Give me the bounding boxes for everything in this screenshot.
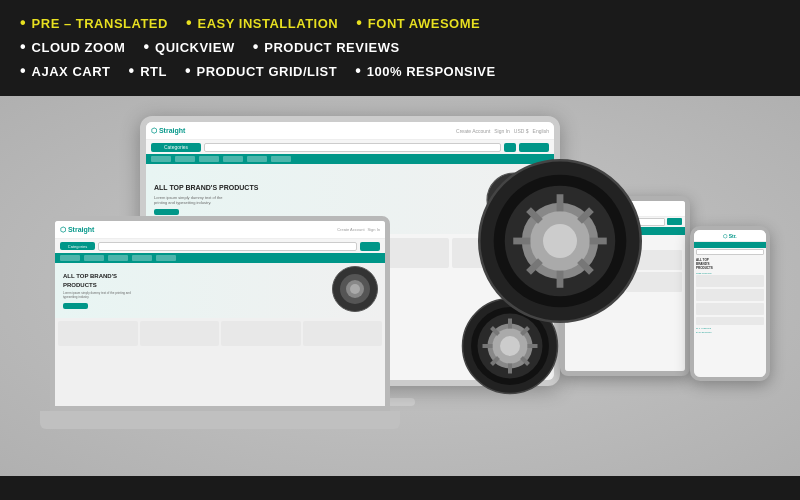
svg-point-7 [350,284,360,294]
feature-rtl: • RTL [129,62,167,80]
preview-section: ⬡ Straight Create AccountSign InUSD $Eng… [0,96,800,476]
bullet-icon: • [129,62,135,80]
feature-font-awesome: • FONT AWESOME [356,14,480,32]
svg-point-13 [543,224,577,258]
feature-quickview: • QUICKVIEW [143,38,234,56]
features-section: • PRE – TRANSLATED • EASY INSTALLATION •… [0,0,800,96]
svg-point-27 [500,336,520,356]
feature-label: 100% RESPONSIVE [367,64,496,79]
feature-label: CLOUD ZOOM [32,40,126,55]
bullet-icon: • [20,62,26,80]
feature-row-1: • PRE – TRANSLATED • EASY INSTALLATION •… [20,14,780,32]
feature-label: PRE – TRANSLATED [32,16,168,31]
feature-cloud-zoom: • CLOUD ZOOM [20,38,125,56]
monitor-header: ⬡ Straight Create AccountSign InUSD $Eng… [146,122,554,140]
laptop-screen: ⬡ Straight Create AccountSign In Categor… [55,221,385,406]
feature-responsive: • 100% RESPONSIVE [355,62,496,80]
bullet-icon: • [186,14,192,32]
feature-label: PRODUCT GRID/LIST [197,64,338,79]
smartphone: ⬡ Str. ALL TOPBRAND'SPRODUCTS FREE SHIPP… [690,226,770,381]
feature-label: QUICKVIEW [155,40,235,55]
bullet-icon: • [253,38,259,56]
phone-screen: ⬡ Str. ALL TOPBRAND'SPRODUCTS FREE SHIPP… [694,230,766,377]
feature-product-reviews: • PRODUCT REVIEWS [253,38,400,56]
feature-label: EASY INSTALLATION [198,16,339,31]
feature-pre-translated: • PRE – TRANSLATED [20,14,168,32]
tire-large [475,156,645,326]
hero-desc: Lorem ipsum simply dummy text of the pri… [154,195,234,205]
laptop: ⬡ Straight Create AccountSign In Categor… [50,216,390,446]
bullet-icon: • [355,62,361,80]
bullet-icon: • [20,38,26,56]
bullet-icon: • [20,14,26,32]
feature-easy-installation: • EASY INSTALLATION [186,14,338,32]
feature-product-grid: • PRODUCT GRID/LIST [185,62,337,80]
laptop-frame: ⬡ Straight Create AccountSign In Categor… [50,216,390,411]
hero-cta [154,209,179,215]
feature-ajax-cart: • AJAX CART [20,62,111,80]
hero-title: ALL TOP BRAND'S PRODUCTS [154,183,258,193]
monitor-logo: ⬡ Straight [151,127,185,135]
laptop-base [40,411,400,429]
feature-label: PRODUCT REVIEWS [264,40,399,55]
bullet-icon: • [185,62,191,80]
bullet-icon: • [356,14,362,32]
feature-row-2: • CLOUD ZOOM • QUICKVIEW • PRODUCT REVIE… [20,38,780,56]
feature-row-3: • AJAX CART • RTL • PRODUCT GRID/LIST • … [20,62,780,80]
feature-label: FONT AWESOME [368,16,480,31]
monitor-search-row: Categories [146,140,554,154]
feature-label: RTL [140,64,167,79]
feature-label: AJAX CART [32,64,111,79]
bullet-icon: • [143,38,149,56]
